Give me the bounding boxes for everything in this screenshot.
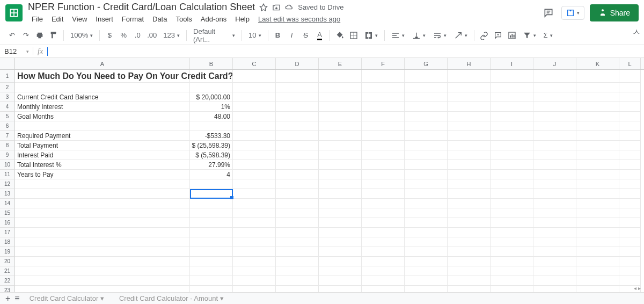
- cell[interactable]: [448, 189, 491, 199]
- cell[interactable]: [276, 83, 319, 92]
- more-formats-dropdown[interactable]: 123: [160, 29, 183, 42]
- row-header[interactable]: 18: [0, 237, 15, 247]
- cell[interactable]: [362, 237, 405, 247]
- row-header[interactable]: 14: [0, 199, 15, 208]
- cell[interactable]: [405, 83, 448, 92]
- cell[interactable]: [405, 121, 448, 131]
- cell[interactable]: [448, 92, 491, 102]
- cell[interactable]: [233, 228, 276, 237]
- cell[interactable]: [15, 266, 190, 276]
- add-sheet-icon[interactable]: +: [5, 294, 10, 303]
- cell[interactable]: [405, 170, 448, 179]
- cell[interactable]: [276, 257, 319, 266]
- cell[interactable]: [319, 70, 362, 83]
- cell[interactable]: [576, 237, 619, 247]
- cell[interactable]: [533, 276, 576, 286]
- cell[interactable]: Goal Months: [15, 112, 190, 121]
- spreadsheet-grid[interactable]: A B C D E F G H I J K L 1 2 3 4 5 6 7 8 …: [0, 58, 644, 292]
- cell[interactable]: [576, 247, 619, 257]
- cell[interactable]: [533, 70, 576, 83]
- cell[interactable]: [491, 70, 533, 83]
- cell[interactable]: [405, 228, 448, 237]
- wrap-dropdown[interactable]: [430, 29, 450, 42]
- cell[interactable]: Current Credit Card Balance: [15, 92, 190, 102]
- cell[interactable]: [619, 257, 641, 266]
- cell[interactable]: [190, 257, 233, 266]
- cell[interactable]: [276, 92, 319, 102]
- cell[interactable]: [619, 112, 641, 121]
- cell[interactable]: [362, 131, 405, 141]
- move-icon[interactable]: [272, 3, 281, 12]
- cell[interactable]: [448, 266, 491, 276]
- cell[interactable]: [576, 150, 619, 160]
- cell[interactable]: [15, 286, 190, 292]
- chart-icon[interactable]: [506, 29, 518, 42]
- cell[interactable]: [405, 189, 448, 199]
- cell[interactable]: [190, 179, 233, 189]
- cell[interactable]: [619, 141, 641, 150]
- cell[interactable]: [190, 286, 233, 292]
- cell[interactable]: $ 20,000.00: [190, 92, 233, 102]
- cell[interactable]: [15, 237, 190, 247]
- cell[interactable]: [491, 276, 533, 286]
- cell[interactable]: [491, 286, 533, 292]
- cell[interactable]: [533, 266, 576, 276]
- cell[interactable]: [576, 208, 619, 218]
- cell[interactable]: [405, 237, 448, 247]
- cell[interactable]: [576, 266, 619, 276]
- cell[interactable]: [319, 150, 362, 160]
- cell[interactable]: [405, 179, 448, 189]
- cell[interactable]: [276, 199, 319, 208]
- row-header[interactable]: 22: [0, 276, 15, 286]
- menu-insert[interactable]: Insert: [92, 14, 117, 24]
- cell[interactable]: [190, 218, 233, 228]
- row-header[interactable]: 17: [0, 228, 15, 237]
- cell[interactable]: [448, 218, 491, 228]
- cell[interactable]: [619, 266, 641, 276]
- borders-icon[interactable]: [347, 29, 360, 42]
- cell[interactable]: [576, 286, 619, 292]
- cell[interactable]: [533, 160, 576, 170]
- cell[interactable]: [533, 170, 576, 179]
- cell[interactable]: [576, 170, 619, 179]
- cell[interactable]: [319, 121, 362, 131]
- redo-icon[interactable]: ↷: [19, 29, 32, 42]
- cell[interactable]: [233, 276, 276, 286]
- col-header-l[interactable]: L: [619, 58, 641, 69]
- cloud-icon[interactable]: [285, 3, 294, 12]
- cell[interactable]: [533, 121, 576, 131]
- comment-icon[interactable]: [492, 29, 504, 42]
- cell[interactable]: [276, 247, 319, 257]
- cell[interactable]: [448, 286, 491, 292]
- rotate-dropdown[interactable]: [451, 29, 471, 42]
- cell[interactable]: [233, 170, 276, 179]
- row-header[interactable]: 11: [0, 170, 15, 179]
- cell[interactable]: [362, 247, 405, 257]
- col-header-h[interactable]: H: [448, 58, 491, 69]
- cell[interactable]: [233, 247, 276, 257]
- filter-dropdown[interactable]: [519, 29, 539, 42]
- cells-area[interactable]: How Much Do You Need to Pay On Your Cred…: [15, 70, 644, 292]
- cell[interactable]: [405, 276, 448, 286]
- cell[interactable]: [576, 189, 619, 199]
- row-header[interactable]: 4: [0, 102, 15, 112]
- cell[interactable]: [276, 237, 319, 247]
- cell[interactable]: [576, 199, 619, 208]
- col-header-b[interactable]: B: [190, 58, 233, 69]
- cell[interactable]: [319, 218, 362, 228]
- cell[interactable]: [448, 121, 491, 131]
- print-icon[interactable]: [33, 29, 46, 42]
- cell[interactable]: [190, 276, 233, 286]
- cell[interactable]: [448, 83, 491, 92]
- col-header-a[interactable]: A: [15, 58, 190, 69]
- currency-icon[interactable]: $: [103, 29, 116, 42]
- sheets-logo[interactable]: [5, 4, 23, 21]
- col-header-c[interactable]: C: [233, 58, 276, 69]
- cell[interactable]: [233, 150, 276, 160]
- cell[interactable]: [405, 160, 448, 170]
- cell[interactable]: [362, 266, 405, 276]
- cell[interactable]: [619, 160, 641, 170]
- cell[interactable]: [619, 276, 641, 286]
- cell[interactable]: [405, 112, 448, 121]
- cell[interactable]: [576, 141, 619, 150]
